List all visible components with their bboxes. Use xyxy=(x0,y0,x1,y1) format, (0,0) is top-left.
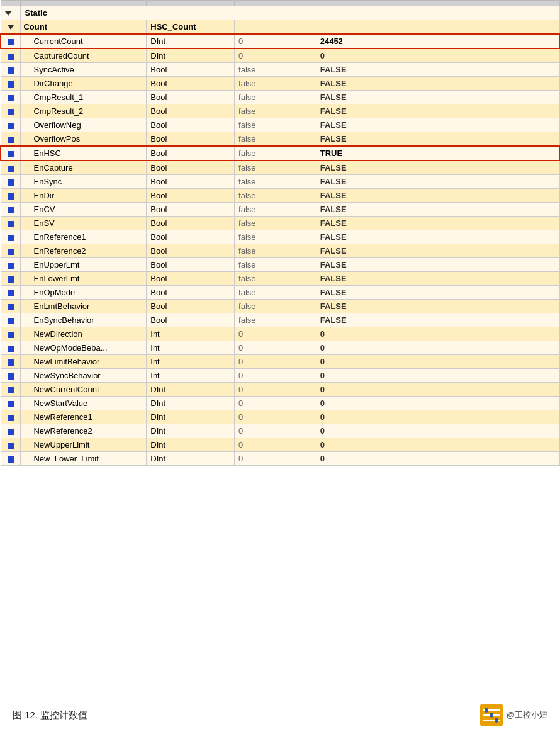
table-row: SyncActive Bool false FALSE xyxy=(1,63,559,77)
blue-square-icon xyxy=(8,359,14,366)
row-icon xyxy=(1,452,21,466)
row-name: NewCurrentCount xyxy=(21,383,147,397)
row-init: false xyxy=(235,118,316,132)
group-count-label: Count xyxy=(21,20,147,35)
row-value: 0 xyxy=(316,369,559,383)
table-row: CmpResult_1 Bool false FALSE xyxy=(1,91,559,104)
table-row: EnHSC Bool false TRUE xyxy=(1,146,559,161)
row-type: Int xyxy=(147,355,235,369)
row-name: CmpResult_1 xyxy=(21,91,147,104)
blue-square-icon xyxy=(8,443,14,449)
row-name: CmpResult_2 xyxy=(21,104,147,118)
table-row: EnCapture Bool false FALSE xyxy=(1,161,559,175)
blue-square-icon xyxy=(8,304,14,310)
row-value: TRUE xyxy=(316,146,559,161)
row-type: Bool xyxy=(147,104,235,118)
brand-label: @工控小妞 xyxy=(507,709,547,721)
row-name: EnLowerLmt xyxy=(21,272,147,286)
row-init: false xyxy=(235,77,316,91)
blue-square-icon xyxy=(8,67,14,74)
blue-square-icon xyxy=(8,235,14,241)
table-row: NewLimitBehavior Int 0 0 xyxy=(1,355,559,369)
row-value: 24452 xyxy=(316,34,559,48)
row-name: New_Lower_Limit xyxy=(21,452,147,466)
row-type: Bool xyxy=(147,203,235,217)
row-icon xyxy=(1,272,21,286)
col-header-value xyxy=(316,1,559,6)
row-icon xyxy=(1,383,21,397)
blue-square-icon xyxy=(8,39,14,45)
row-type: DInt xyxy=(147,48,235,63)
row-init: false xyxy=(235,258,316,272)
row-type: Bool xyxy=(147,230,235,244)
brand-logo-icon xyxy=(480,704,503,726)
table-row: DirChange Bool false FALSE xyxy=(1,77,559,91)
row-value: FALSE xyxy=(316,161,559,175)
row-value: FALSE xyxy=(316,175,559,189)
row-value: 0 xyxy=(316,424,559,438)
row-icon xyxy=(1,91,21,104)
row-icon xyxy=(1,217,21,230)
row-type: Bool xyxy=(147,91,235,104)
data-table-container: Static Count HSC_Count CurrentCount DInt… xyxy=(0,0,560,696)
row-name: EnLmtBehavior xyxy=(21,300,147,313)
row-init: 0 xyxy=(235,410,316,424)
row-init: 0 xyxy=(235,341,316,355)
row-value: FALSE xyxy=(316,258,559,272)
row-icon xyxy=(1,203,21,217)
row-type: Bool xyxy=(147,146,235,161)
row-value: FALSE xyxy=(316,104,559,118)
row-name: NewUpperLimit xyxy=(21,438,147,452)
row-icon xyxy=(1,63,21,77)
row-init: false xyxy=(235,217,316,230)
group-count-init xyxy=(235,20,316,35)
row-type: Int xyxy=(147,327,235,341)
row-name: CapturedCount xyxy=(21,48,147,63)
row-value: 0 xyxy=(316,452,559,466)
row-init: 0 xyxy=(235,327,316,341)
row-type: Bool xyxy=(147,132,235,147)
row-init: 0 xyxy=(235,452,316,466)
blue-square-icon xyxy=(8,123,14,129)
row-name: NewReference2 xyxy=(21,424,147,438)
row-icon xyxy=(1,189,21,203)
footer: 图 12. 监控计数值 @工控小妞 xyxy=(0,696,560,734)
row-init: false xyxy=(235,313,316,327)
row-icon xyxy=(1,104,21,118)
row-value: FALSE xyxy=(316,217,559,230)
table-row: New_Lower_Limit DInt 0 0 xyxy=(1,452,559,466)
blue-square-icon xyxy=(8,109,14,115)
row-name: NewOpModeBeba... xyxy=(21,341,147,355)
row-type: Bool xyxy=(147,217,235,230)
row-icon xyxy=(1,132,21,147)
table-row: EnLmtBehavior Bool false FALSE xyxy=(1,300,559,313)
row-icon xyxy=(1,258,21,272)
row-icon xyxy=(1,397,21,410)
table-row: EnSyncBehavior Bool false FALSE xyxy=(1,313,559,327)
row-icon xyxy=(1,438,21,452)
table-row: EnSV Bool false FALSE xyxy=(1,217,559,230)
row-icon xyxy=(1,161,21,175)
row-name: EnReference2 xyxy=(21,244,147,258)
row-icon xyxy=(1,34,21,48)
row-icon xyxy=(1,424,21,438)
svg-rect-6 xyxy=(495,718,498,723)
blue-square-icon xyxy=(8,456,14,463)
row-init: false xyxy=(235,104,316,118)
row-value: FALSE xyxy=(316,189,559,203)
group-static-row: Static xyxy=(1,6,559,20)
table-row: EnOpMode Bool false FALSE xyxy=(1,286,559,300)
row-name: EnCV xyxy=(21,203,147,217)
row-init: 0 xyxy=(235,48,316,63)
row-value: FALSE xyxy=(316,77,559,91)
table-row: EnDir Bool false FALSE xyxy=(1,189,559,203)
row-type: Bool xyxy=(147,286,235,300)
row-name: NewReference1 xyxy=(21,410,147,424)
table-row: EnReference1 Bool false FALSE xyxy=(1,230,559,244)
row-type: DInt xyxy=(147,383,235,397)
table-row: NewCurrentCount DInt 0 0 xyxy=(1,383,559,397)
blue-square-icon xyxy=(8,193,14,200)
row-value: FALSE xyxy=(316,63,559,77)
row-type: DInt xyxy=(147,34,235,48)
blue-square-icon xyxy=(8,346,14,352)
